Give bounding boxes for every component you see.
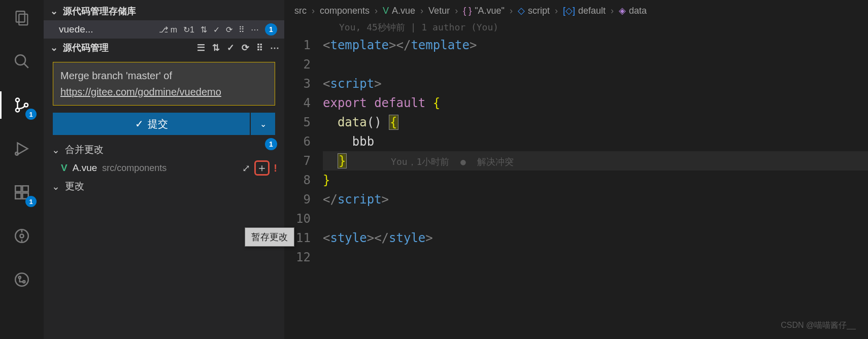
tooltip: 暂存更改 xyxy=(245,227,294,247)
code-line: <template></template> xyxy=(323,36,868,55)
conflict-indicator: ! xyxy=(274,162,277,174)
breadcrumb-item: [◇]default xyxy=(563,5,606,16)
activity-bar: 1 1 xyxy=(0,0,44,339)
chevron-down-icon: ⌄ xyxy=(51,144,61,156)
file-path: src/components xyxy=(102,163,166,174)
editor: src › components › VA.vue › Vetur › { }"… xyxy=(284,0,868,339)
breadcrumb[interactable]: src › components › VA.vue › Vetur › { }"… xyxy=(284,0,868,21)
activity-debug[interactable] xyxy=(8,135,36,162)
commit-button[interactable]: ✓ 提交 xyxy=(53,113,250,135)
chevron-down-icon: ⌄ xyxy=(49,6,59,17)
graph-icon[interactable]: ⠿ xyxy=(239,25,245,35)
breadcrumb-item: Vetur xyxy=(428,6,450,16)
module-icon: [◇] xyxy=(563,5,575,16)
repo-section-header[interactable]: ⌄ 源代码管理存储库 xyxy=(44,2,284,20)
chevron-down-icon: ⌄ xyxy=(51,181,61,192)
code-line: <script> xyxy=(323,74,868,93)
breadcrumb-item: ◈data xyxy=(619,5,647,16)
scm-badge: 1 xyxy=(25,109,37,120)
extensions-badge: 1 xyxy=(25,196,37,207)
breadcrumb-item: { }"A.vue" xyxy=(463,6,505,16)
breadcrumb-item: ◇script xyxy=(518,5,550,16)
code-lines[interactable]: <template></template> <script> export de… xyxy=(323,36,868,267)
code-line xyxy=(323,55,868,74)
chevron-right-icon: › xyxy=(375,6,378,16)
chevron-down-icon: ⌄ xyxy=(49,42,59,53)
changes-group[interactable]: ⌄ 更改 xyxy=(44,178,284,195)
chevron-right-icon: › xyxy=(555,6,558,16)
script-icon: ◇ xyxy=(518,5,525,16)
commit-dropdown-button[interactable]: ⌄ xyxy=(251,113,275,135)
svg-rect-10 xyxy=(15,193,21,198)
git-blame-header: You, 45秒钟前 | 1 author (You) xyxy=(284,21,868,33)
refresh-icon[interactable]: ⟳ xyxy=(242,42,249,53)
activity-explorer[interactable] xyxy=(8,4,36,31)
svg-rect-12 xyxy=(22,186,28,191)
activity-scm[interactable]: 1 xyxy=(8,91,36,119)
activity-gitgraph[interactable] xyxy=(8,266,36,293)
file-row[interactable]: V A.vue src/components ⤢ ＋ ! xyxy=(44,158,284,178)
method-icon: ◈ xyxy=(619,5,626,16)
code-line: data() { xyxy=(323,113,868,132)
repo-row[interactable]: vuede... ⎇ m ↻1 ⇅ ✓ ⟳ ⠿ ⋯ 1 xyxy=(44,20,284,39)
inline-blame: You，1小时前 ● 解决冲突 xyxy=(347,156,513,167)
repo-name: vuede... xyxy=(59,24,93,35)
breadcrumb-item: VA.vue xyxy=(383,6,415,16)
open-file-icon[interactable]: ⤢ xyxy=(242,162,250,174)
code-line xyxy=(323,209,868,228)
file-actions: ⤢ ＋ ! xyxy=(242,160,277,176)
check-icon[interactable]: ✓ xyxy=(227,42,235,53)
svg-line-3 xyxy=(24,63,28,68)
svg-point-4 xyxy=(16,98,19,102)
more-icon[interactable]: ⋯ xyxy=(270,42,279,53)
vue-file-icon: V xyxy=(61,162,68,174)
scm-sidebar: ⌄ 源代码管理存储库 vuede... ⎇ m ↻1 ⇅ ✓ ⟳ ⠿ ⋯ 1 ⌄… xyxy=(44,0,284,339)
code-area[interactable]: 1 2 3 4 5 6 7 8 9 10 11 12 <template></t… xyxy=(284,36,868,267)
svg-rect-0 xyxy=(16,11,25,22)
breadcrumb-item: src xyxy=(294,6,307,16)
graph-icon[interactable]: ⠿ xyxy=(256,42,263,53)
commit-button-label: 提交 xyxy=(148,117,168,131)
repo-badge: 1 xyxy=(265,23,277,36)
svg-rect-1 xyxy=(19,14,27,25)
commit-message-input[interactable]: Merge branch 'master' of https://gitee.c… xyxy=(53,62,275,106)
code-line: } xyxy=(323,171,868,190)
scm-section-header[interactable]: ⌄ 源代码管理 ☰ ⇅ ✓ ⟳ ⠿ ⋯ xyxy=(44,39,284,57)
merge-badge: 1 xyxy=(265,138,277,150)
commit-msg-url: https://gitee.com/godmine/vuedemo xyxy=(60,86,221,97)
code-line: </script> xyxy=(323,190,868,209)
repo-toolbar: ⎇ m ↻1 ⇅ ✓ ⟳ ⠿ ⋯ 1 xyxy=(159,23,277,36)
code-line xyxy=(323,248,868,267)
chevron-right-icon: › xyxy=(312,6,315,16)
svg-point-5 xyxy=(16,108,19,112)
commit-msg-text: Merge branch 'master' of xyxy=(60,70,172,81)
check-icon[interactable]: ✓ xyxy=(213,25,220,35)
svg-point-14 xyxy=(20,234,23,238)
chevron-right-icon: › xyxy=(420,6,423,16)
stage-button[interactable]: ＋ xyxy=(254,160,270,176)
branch-icon[interactable]: ⎇ m xyxy=(159,25,177,35)
more-icon[interactable]: ⋯ xyxy=(251,25,259,35)
svg-point-8 xyxy=(15,152,18,155)
check-icon: ✓ xyxy=(135,118,144,130)
pr-icon[interactable]: ⇅ xyxy=(212,42,220,53)
pr-icon[interactable]: ⇅ xyxy=(201,25,207,35)
scm-section-title: 源代码管理 xyxy=(63,42,109,54)
code-line: } You，1小时前 ● 解决冲突 xyxy=(323,151,868,171)
view-list-icon[interactable]: ☰ xyxy=(197,42,205,53)
activity-extensions[interactable]: 1 xyxy=(8,179,36,206)
activity-gitlens[interactable] xyxy=(8,222,36,250)
brace-icon: { } xyxy=(463,6,472,16)
svg-rect-9 xyxy=(15,186,21,191)
activity-search[interactable] xyxy=(8,48,36,75)
code-line: bbb xyxy=(323,132,868,151)
refresh-icon[interactable]: ⟳ xyxy=(226,25,232,35)
code-line: export default { xyxy=(323,93,868,113)
chevron-down-icon: ⌄ xyxy=(260,119,266,129)
svg-marker-7 xyxy=(18,143,28,155)
merge-changes-group[interactable]: ⌄ 合并更改 1 xyxy=(44,141,284,158)
code-line: <style></style> xyxy=(323,228,868,248)
sync-icon[interactable]: ↻1 xyxy=(183,25,194,35)
repo-section-title: 源代码管理存储库 xyxy=(63,5,136,17)
commit-button-row: ✓ 提交 ⌄ xyxy=(53,113,275,135)
